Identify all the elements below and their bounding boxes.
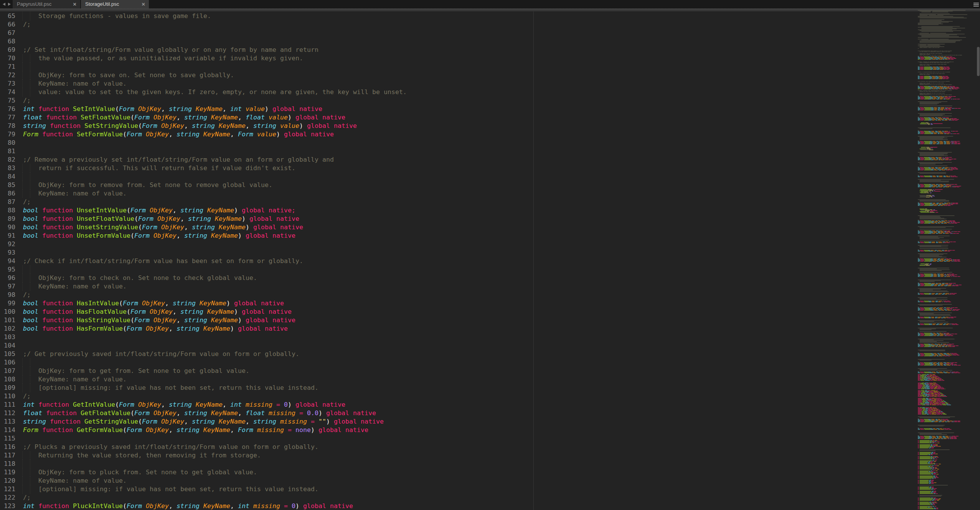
code-token: KeyName: name of value. — [23, 376, 127, 383]
code-token: Form — [123, 300, 138, 307]
code-token: bool — [23, 215, 38, 222]
code-token: int — [226, 401, 242, 408]
code-line: 82;/ Remove a previously set int/float/s… — [0, 156, 917, 164]
code-token: ObjKey — [153, 215, 180, 222]
code-token: , — [177, 114, 180, 121]
code-token: string — [184, 215, 211, 222]
code-token: int — [23, 105, 35, 113]
line-number: 71 — [0, 63, 15, 71]
scrollbar-thumb[interactable] — [977, 47, 980, 76]
overflow-menu-icon[interactable] — [973, 3, 979, 7]
tab-close-icon[interactable]: × — [73, 0, 76, 8]
indent-guide — [22, 282, 23, 291]
indent-guide — [30, 88, 30, 96]
code-line: 73 KeyName: name of value. — [0, 79, 917, 88]
indent-guide — [22, 172, 23, 181]
code-token: , — [173, 207, 177, 214]
code-token: ( — [115, 105, 119, 113]
code-line: 80 — [0, 139, 917, 147]
nav-forward-icon[interactable] — [8, 3, 11, 6]
code-token: string — [180, 409, 207, 417]
code-token: ;/ Plucks a previously saved int/float/s… — [23, 443, 318, 450]
code-token: KeyName: name of value. — [23, 80, 127, 87]
line-number: 98 — [0, 291, 15, 299]
code-token: global native — [322, 409, 376, 417]
code-line: 99bool function HasIntValue(Form ObjKey,… — [0, 299, 917, 308]
code-token: UnsetIntValue — [73, 207, 127, 214]
line-number: 112 — [0, 409, 15, 417]
line-number: 104 — [0, 341, 15, 350]
code-token: , — [238, 409, 242, 417]
code-token: ( — [130, 316, 134, 324]
code-token: ObjKey: form to save on. Set none to sav… — [23, 71, 234, 79]
minimap[interactable] — [917, 10, 977, 510]
indent-guide — [22, 71, 23, 79]
code-token: int — [23, 502, 35, 510]
tab-papyrusutil[interactable]: PapyrusUtil.psc × — [13, 0, 81, 8]
code-token: UnsetFloatValue — [73, 215, 134, 222]
code-token: ;/ Remove a previously set int/float/str… — [23, 156, 334, 163]
code-line: 69;/ Set int/float/string/Form value glo… — [0, 46, 917, 54]
code-token: ObjKey — [157, 224, 184, 231]
code-line: 75/; — [0, 96, 917, 105]
code-token: , — [230, 426, 234, 434]
line-number: 119 — [0, 468, 15, 477]
code-token: value — [242, 105, 265, 113]
line-number: 102 — [0, 325, 15, 333]
code-token: ObjKey: form to remove from. Set none to… — [23, 181, 272, 189]
code-token: , — [246, 122, 249, 129]
line-number: 90 — [0, 223, 15, 232]
code-token: string — [249, 122, 276, 129]
indent-guide — [22, 468, 23, 477]
indent-guide — [22, 384, 23, 392]
tab-bar: PapyrusUtil.psc × StorageUtil.psc × — [0, 0, 980, 8]
code-token: ( — [123, 502, 127, 510]
line-number: 107 — [0, 367, 15, 375]
code-token: missing — [249, 502, 280, 510]
code-line: 106 — [0, 358, 917, 367]
tab-storageutil[interactable]: StorageUtil.psc × — [81, 0, 149, 8]
code-token: function — [35, 502, 69, 510]
code-token: string — [188, 122, 215, 129]
code-token: , — [161, 105, 165, 113]
code-token: missing — [265, 409, 295, 417]
code-token: string — [23, 122, 46, 129]
code-token: ) — [230, 325, 234, 332]
code-token: /; — [23, 21, 31, 28]
code-token: = — [272, 401, 280, 408]
line-number: 95 — [0, 265, 15, 274]
indent-guide — [22, 375, 23, 384]
code-token: string — [188, 418, 215, 425]
indent-guide — [22, 79, 23, 88]
tabbar-bevel — [0, 8, 980, 12]
code-line: 88bool function UnsetIntValue(Form ObjKe… — [0, 206, 917, 215]
line-number: 101 — [0, 316, 15, 325]
code-token: ObjKey — [150, 316, 177, 324]
line-number: 99 — [0, 299, 15, 308]
code-token: KeyName — [207, 232, 238, 239]
code-token: Form — [234, 131, 253, 138]
code-line: 81 — [0, 147, 917, 156]
code-editor[interactable]: 65 Storage functions - values in save ga… — [0, 12, 917, 510]
code-token: , — [177, 232, 180, 239]
code-token: function — [38, 325, 73, 332]
code-token: Form — [134, 114, 150, 121]
code-token: , — [246, 418, 249, 425]
tab-close-icon[interactable]: × — [142, 0, 145, 8]
code-token: KeyName — [211, 215, 242, 222]
indent-guide — [30, 12, 30, 20]
line-number: 79 — [0, 130, 15, 139]
code-token: function — [38, 224, 73, 231]
indent-guide — [22, 274, 23, 282]
code-token: function — [38, 215, 73, 222]
code-token: UnsetFormValue — [73, 232, 130, 239]
indent-guide — [22, 189, 23, 198]
code-token: ( — [138, 224, 142, 231]
code-token: ;/ Set int/float/string/Form value globa… — [23, 46, 318, 53]
code-token: KeyName: name of value. — [23, 283, 127, 290]
nav-back-icon[interactable] — [3, 3, 5, 6]
indent-guide — [22, 265, 23, 274]
code-token: ( — [127, 207, 130, 214]
indent-guide — [30, 265, 30, 274]
indent-guide — [22, 451, 23, 460]
